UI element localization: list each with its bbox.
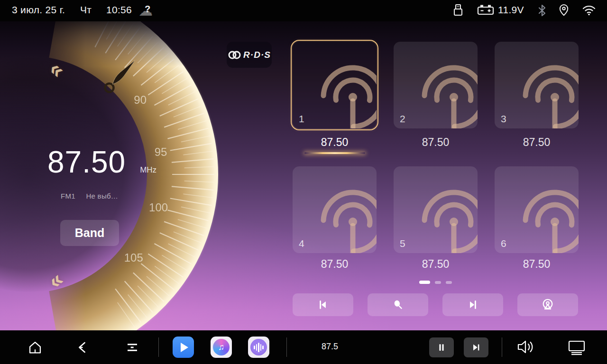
rds-label: R·D·S: [243, 50, 271, 60]
frequency-value: 87.50: [47, 145, 126, 180]
preset-tile-1[interactable]: 1: [293, 42, 377, 128]
equalizer-disc: [250, 339, 267, 355]
status-bar: 3 июл. 25 г. Чт 10:56 ☁ ? 11.9V: [0, 0, 607, 21]
preset-tile-6[interactable]: 6: [495, 166, 579, 253]
usb-icon: [452, 3, 464, 18]
broadcast-icon: [541, 298, 554, 311]
preset-number: 2: [400, 113, 405, 125]
album-art[interactable]: [294, 335, 314, 360]
rds-badge[interactable]: R·D·S: [227, 42, 272, 68]
radio-main-panel: 9095100105 « « 87.50 MHz FM1 Не выб… Ban…: [0, 21, 607, 330]
broadcast-icon: [515, 59, 579, 128]
volume-icon[interactable]: [516, 339, 535, 355]
car-battery-icon: [477, 3, 495, 17]
preset-number: 5: [400, 238, 405, 249]
eq-bar: [262, 346, 264, 349]
preset-tile-3[interactable]: 3: [495, 42, 579, 128]
scan-button[interactable]: [368, 293, 428, 316]
preset-label-row-2: 87.50 87.50 87.50: [293, 258, 579, 271]
display-icon[interactable]: [567, 340, 586, 355]
eq-bar: [260, 344, 262, 351]
play-triangle-icon: [181, 343, 188, 352]
preset-number: 1: [299, 113, 304, 125]
preset-frequency-label: 87.50: [293, 258, 377, 271]
rds-waves-icon: [228, 50, 242, 60]
eq-bar: [258, 343, 259, 352]
nav-divider: [286, 337, 287, 357]
page-dot-1[interactable]: [419, 281, 430, 284]
music-disc: ♫: [213, 339, 230, 355]
previous-station-button[interactable]: [293, 293, 353, 316]
broadcast-icon: [515, 184, 579, 253]
previous-track-icon: [317, 299, 329, 311]
bluetooth-icon[interactable]: [536, 3, 548, 18]
home-icon[interactable]: [28, 340, 43, 355]
weather-unknown-icon[interactable]: ☁ ?: [138, 3, 157, 18]
preset-number: 3: [501, 113, 506, 125]
nav-divider: [502, 337, 502, 357]
band-button[interactable]: Band: [60, 220, 119, 246]
equalizer-app-icon[interactable]: [248, 337, 269, 358]
station-name: Не выб…: [86, 192, 118, 200]
band-status-row: FM1 Не выб…: [61, 192, 118, 200]
music-app-icon[interactable]: ♫: [211, 337, 232, 358]
next-station-button[interactable]: [442, 293, 503, 316]
broadcast-icon: [313, 59, 377, 128]
menu-icon[interactable]: [125, 340, 140, 355]
next-track-button[interactable]: [464, 337, 488, 357]
preset-number: 4: [299, 238, 304, 249]
preset-row-1: 1 2: [293, 42, 579, 128]
now-playing-frequency: 87.5: [322, 342, 338, 352]
broadcast-icon: [414, 184, 478, 253]
band-name: FM1: [61, 192, 75, 200]
preset-frequency-label: 87.50: [293, 136, 377, 154]
next-track-icon: [467, 299, 479, 311]
battery-voltage: 11.9V: [498, 4, 524, 16]
play-app-icon[interactable]: [173, 337, 194, 358]
wifi-icon[interactable]: [581, 3, 597, 17]
next-track-icon: [471, 342, 481, 353]
preset-pagination: [293, 281, 579, 284]
preset-tile-5[interactable]: 5: [394, 166, 478, 253]
broadcast-button[interactable]: [517, 293, 578, 316]
status-date: 3 июл. 25 г.: [12, 4, 65, 16]
status-time: 10:56: [106, 4, 132, 16]
broadcast-icon: [414, 59, 478, 128]
page-dot-3[interactable]: [446, 281, 452, 284]
preset-tile-2[interactable]: 2: [394, 42, 478, 128]
page-dot-2[interactable]: [435, 281, 441, 284]
preset-frequency-label: 87.50: [394, 258, 478, 271]
preset-row-2: 4 5: [293, 166, 579, 253]
preset-tile-4[interactable]: 4: [293, 166, 377, 253]
search-icon: [392, 299, 404, 311]
tuner-controls: [293, 293, 579, 316]
bottom-nav-bar: ♫ 87.5: [0, 330, 607, 364]
frequency-unit: MHz: [140, 165, 156, 175]
svg-text:105: 105: [124, 251, 143, 264]
music-note-icon: ♫: [218, 342, 225, 352]
radio-app-screen: 3 июл. 25 г. Чт 10:56 ☁ ? 11.9V: [0, 0, 607, 364]
preset-frequency-label: 87.50: [495, 258, 579, 271]
preset-frequency-label: 87.50: [495, 136, 579, 154]
eq-bar: [256, 344, 258, 351]
location-icon[interactable]: [558, 3, 570, 18]
pause-icon: [436, 342, 447, 353]
status-weekday: Чт: [80, 4, 92, 16]
active-preset-glow: [304, 152, 365, 154]
frequency-readout: 87.50 MHz: [47, 145, 171, 180]
svg-text:100: 100: [149, 201, 168, 214]
nav-divider: [158, 337, 159, 357]
preset-label-row-1: 87.50 87.50 87.50: [293, 136, 579, 154]
svg-text:90: 90: [134, 93, 147, 106]
pause-button[interactable]: [429, 337, 454, 357]
broadcast-icon: [313, 184, 377, 253]
weather-question-mark: ?: [145, 4, 150, 15]
back-icon[interactable]: [75, 340, 90, 355]
preset-number: 6: [501, 238, 506, 249]
eq-bar: [254, 346, 255, 349]
preset-frequency-label: 87.50: [394, 136, 478, 154]
